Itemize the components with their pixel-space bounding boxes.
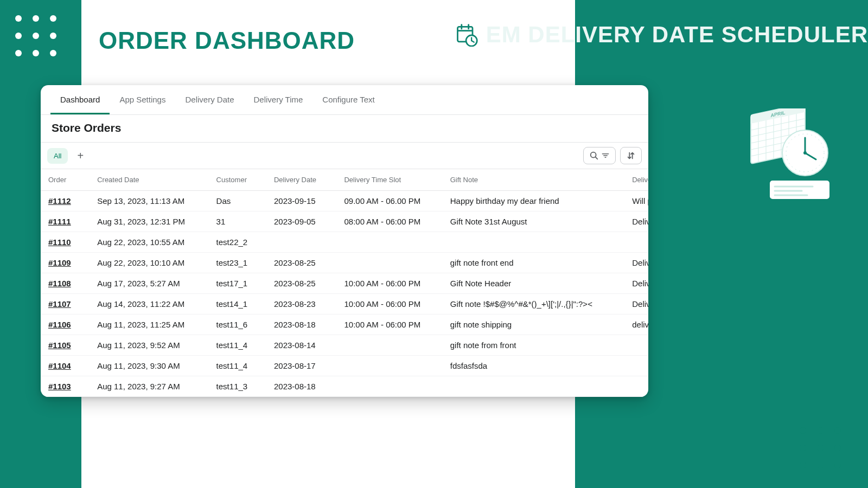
cell-created: Sep 13, 2023, 11:13 AM: [90, 191, 208, 211]
cell-deliv-note: Delivery Note 31st August: [624, 211, 648, 232]
order-link[interactable]: #1109: [48, 258, 71, 267]
tab-delivery-date[interactable]: Delivery Date: [175, 85, 244, 114]
cell-deliv-note: [624, 232, 648, 253]
cell-customer: Das: [209, 191, 266, 211]
cell-created: Aug 17, 2023, 5:27 AM: [90, 273, 208, 294]
cell-gift-note: Gift note !$#$@%^#&*()_+\][';|/.,{}|":?>…: [443, 294, 624, 314]
order-link[interactable]: #1108: [48, 279, 71, 288]
sort-icon: [626, 151, 636, 160]
cell-deliv-note: Delivery Note front end: [624, 253, 648, 273]
cell-deliv-note: [624, 376, 648, 397]
order-link[interactable]: #1110: [48, 237, 71, 247]
filter-icon: [601, 151, 610, 160]
cell-gift-note: fdsfasfsda: [443, 356, 624, 376]
cell-deliv-note: [624, 356, 648, 376]
cell-deliv-note: delivery note: [624, 314, 648, 335]
order-link[interactable]: #1107: [48, 299, 71, 309]
table-row: #1110Aug 22, 2023, 10:55 AMtest22_2: [41, 232, 648, 253]
decorative-dots-top-left: [15, 15, 56, 56]
cell-time-slot: 10:00 AM - 06:00 PM: [336, 314, 442, 335]
orders-table: Order Created Date Customer Delivery Dat…: [41, 169, 648, 397]
cell-customer: test23_1: [209, 253, 266, 273]
cell-deliv-note: [624, 335, 648, 356]
table-header-row: Order Created Date Customer Delivery Dat…: [41, 169, 648, 191]
tab-dashboard[interactable]: Dashboard: [50, 85, 110, 114]
cell-deliv-date: 2023-08-18: [266, 314, 336, 335]
cell-deliv-date: 2023-08-25: [266, 273, 336, 294]
tab-bar: DashboardApp SettingsDelivery DateDelive…: [41, 85, 648, 115]
cell-gift-note: gift note front end: [443, 253, 624, 273]
cell-gift-note: [443, 376, 624, 397]
cell-deliv-date: 2023-08-17: [266, 356, 336, 376]
cell-deliv-date: 2023-08-25: [266, 253, 336, 273]
column-header-delivery-date[interactable]: Delivery Date: [266, 169, 336, 191]
tab-delivery-time[interactable]: Delivery Time: [244, 85, 312, 114]
cell-customer: test11_4: [209, 335, 266, 356]
brand-lockup: EM DELIVERY DATE SCHEDULER: [455, 22, 868, 48]
cell-deliv-note: Delivery Note Front End: [624, 273, 648, 294]
cell-deliv-date: 2023-09-05: [266, 211, 336, 232]
cell-deliv-date: 2023-08-14: [266, 335, 336, 356]
orders-card: DashboardApp SettingsDelivery DateDelive…: [41, 85, 648, 397]
table-scroll-container[interactable]: Order Created Date Customer Delivery Dat…: [41, 169, 648, 397]
cell-deliv-date: 2023-08-23: [266, 294, 336, 314]
decorative-dots-bottom-right: [800, 427, 841, 468]
panel-title: Store Orders: [41, 115, 648, 142]
order-link[interactable]: #1106: [48, 320, 71, 329]
plus-icon: +: [78, 150, 84, 162]
cell-gift-note: gift note shipping: [443, 314, 624, 335]
cell-time-slot: [336, 232, 442, 253]
filter-chip-all[interactable]: All: [47, 148, 68, 164]
svg-point-25: [803, 151, 807, 155]
sort-button[interactable]: [620, 147, 642, 164]
cell-created: Aug 22, 2023, 10:55 AM: [90, 232, 208, 253]
cell-created: Aug 11, 2023, 9:30 AM: [90, 356, 208, 376]
table-row: #1106Aug 11, 2023, 11:25 AMtest11_62023-…: [41, 314, 648, 335]
cell-customer: 31: [209, 211, 266, 232]
cell-gift-note: Happy birthday my dear friend: [443, 191, 624, 211]
cell-customer: test11_3: [209, 376, 266, 397]
order-link[interactable]: #1104: [48, 361, 71, 370]
search-icon: [589, 151, 599, 160]
column-header-customer[interactable]: Customer: [209, 169, 266, 191]
cell-created: Aug 22, 2023, 10:10 AM: [90, 253, 208, 273]
column-header-gift-note[interactable]: Gift Note: [443, 169, 624, 191]
column-header-created[interactable]: Created Date: [90, 169, 208, 191]
cell-gift-note: Gift Note 31st August: [443, 211, 624, 232]
order-link[interactable]: #1111: [48, 217, 71, 226]
cell-deliv-date: 2023-09-15: [266, 191, 336, 211]
cell-gift-note: [443, 232, 624, 253]
cell-customer: test22_2: [209, 232, 266, 253]
cell-customer: test14_1: [209, 294, 266, 314]
tab-app-settings[interactable]: App Settings: [110, 85, 175, 114]
tab-configure-text[interactable]: Configure Text: [312, 85, 384, 114]
cell-deliv-date: 2023-08-18: [266, 376, 336, 397]
cell-time-slot: [336, 376, 442, 397]
svg-line-31: [596, 157, 598, 159]
table-row: #1108Aug 17, 2023, 5:27 AMtest17_12023-0…: [41, 273, 648, 294]
table-row: #1107Aug 14, 2023, 11:22 AMtest14_12023-…: [41, 294, 648, 314]
calendar-illustration-icon: APRIL: [748, 108, 834, 206]
cell-created: Aug 11, 2023, 9:27 AM: [90, 376, 208, 397]
cell-customer: test11_6: [209, 314, 266, 335]
cell-deliv-note: Delivery note front end !@: [624, 294, 648, 314]
table-row: #1104Aug 11, 2023, 9:30 AMtest11_42023-0…: [41, 356, 648, 376]
order-link[interactable]: #1105: [48, 341, 71, 350]
cell-gift-note: Gift Note Header: [443, 273, 624, 294]
column-header-order[interactable]: Order: [41, 169, 90, 191]
cell-created: Aug 11, 2023, 9:52 AM: [90, 335, 208, 356]
calendar-clock-icon: [455, 23, 478, 47]
column-header-time-slot[interactable]: Delivery Time Slot: [336, 169, 442, 191]
page-title: ORDER DASHBOARD: [99, 27, 355, 54]
cell-time-slot: [336, 335, 442, 356]
add-view-button[interactable]: +: [72, 147, 88, 164]
column-header-delivery-note[interactable]: Delivery Note: [624, 169, 648, 191]
order-link[interactable]: #1112: [48, 196, 71, 206]
table-row: #1103Aug 11, 2023, 9:27 AMtest11_32023-0…: [41, 376, 648, 397]
table-row: #1111Aug 31, 2023, 12:31 PM312023-09-050…: [41, 211, 648, 232]
cell-created: Aug 11, 2023, 11:25 AM: [90, 314, 208, 335]
table-toolbar: All +: [41, 142, 648, 169]
cell-time-slot: 09.00 AM - 06.00 PM: [336, 191, 442, 211]
order-link[interactable]: #1103: [48, 382, 71, 391]
search-filter-button[interactable]: [583, 147, 616, 164]
